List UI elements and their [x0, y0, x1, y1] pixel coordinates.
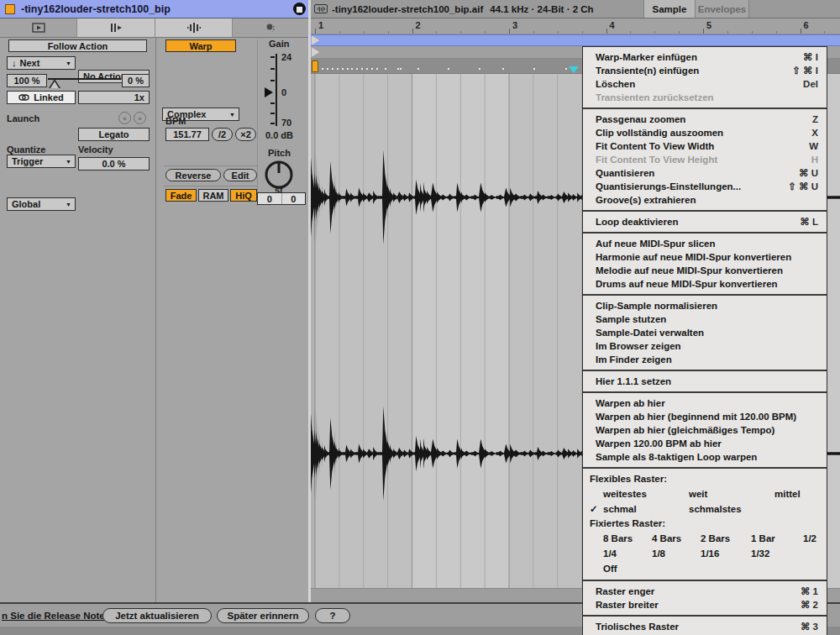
clip-color-swatch[interactable] [5, 4, 15, 14]
grid-option[interactable]: 8 Bars [603, 531, 652, 546]
tab-sample-view[interactable]: Sample [643, 0, 696, 18]
gain-handle[interactable] [265, 87, 273, 97]
tab-envelopes-view[interactable]: Envelopes [696, 0, 749, 18]
follow-chance-a-field[interactable]: 100 % [7, 74, 47, 87]
menu-item[interactable]: Groove(s) extrahieren [583, 193, 827, 207]
menu-item[interactable]: Harmonie auf neue MIDI-Spur konvertieren [583, 250, 827, 264]
menu-item[interactable]: Im Browser zeigen [583, 339, 827, 353]
launch-mode-dropdown[interactable]: Trigger▼ [7, 155, 76, 168]
transient-dot[interactable] [565, 68, 567, 70]
warp-toggle[interactable]: Warp [165, 39, 236, 52]
menu-item[interactable]: Fit Content To View WidthW [583, 139, 827, 153]
quantize-dropdown[interactable]: Global▼ [7, 197, 76, 211]
transient-dot[interactable] [327, 68, 328, 70]
transient-dot[interactable] [366, 68, 368, 70]
edit-button[interactable]: Edit [223, 169, 257, 181]
grid-option[interactable]: 1/8 [652, 546, 701, 561]
follow-chance-slider[interactable] [47, 74, 122, 87]
menu-item[interactable]: Clip vollständig auszoomenX [583, 126, 827, 139]
menu-item[interactable]: Clip-Sample normalisieren [583, 299, 827, 312]
transient-dot[interactable] [448, 68, 449, 70]
follow-action-header[interactable]: Follow Action [8, 39, 147, 52]
loop-multiplier-field[interactable]: 1x [78, 91, 150, 104]
menu-item[interactable]: Raster breiter⌘ 2 [583, 598, 827, 611]
transient-dot[interactable] [337, 68, 339, 70]
ram-toggle[interactable]: RAM [198, 189, 228, 202]
grid-option[interactable]: 4 Bars [652, 531, 701, 546]
cyan-warp-marker[interactable] [569, 66, 579, 73]
grid-option[interactable]: 1/2 [803, 531, 827, 546]
transient-dot[interactable] [400, 68, 402, 70]
menu-item[interactable]: Raster enger⌘ 1 [583, 585, 827, 598]
linked-toggle[interactable]: Linked [7, 91, 76, 104]
loop-bar[interactable] [311, 34, 840, 46]
transient-dot[interactable] [351, 68, 353, 70]
grid-option[interactable]: weit [689, 486, 774, 501]
legato-toggle[interactable]: Legato [78, 128, 150, 141]
grid-option[interactable]: schmal [603, 501, 689, 517]
transient-dot[interactable] [347, 68, 349, 70]
transient-dot[interactable] [479, 68, 480, 70]
slider-handle[interactable] [49, 79, 60, 88]
transient-dot[interactable] [371, 68, 373, 70]
menu-item[interactable]: Passgenau zoomenZ [583, 113, 827, 126]
menu-item[interactable]: Sample-Datei verwalten [583, 326, 827, 339]
transient-dot[interactable] [385, 68, 386, 70]
menu-item[interactable]: Melodie auf neue MIDI-Spur konvertieren [583, 264, 827, 277]
bpm-double-button[interactable]: ×2 [235, 128, 256, 141]
menu-item[interactable]: Hier 1.1.1 setzen [583, 375, 827, 388]
next-clip-button[interactable]: » [134, 112, 146, 124]
grid-option[interactable]: mittel [774, 486, 827, 501]
grid-option[interactable]: 1/32 [751, 546, 803, 561]
menu-item[interactable]: Warp-Marker einfügen⌘ I [583, 50, 827, 64]
menu-item[interactable]: Warpen 120.00 BPM ab hier [583, 437, 827, 450]
transient-dot[interactable] [361, 68, 363, 70]
grid-option[interactable]: 1/16 [701, 546, 751, 561]
beat-time-ruler[interactable]: 123456 [311, 18, 840, 34]
release-notes-link[interactable]: n Sie die Release Notes [2, 611, 110, 621]
follow-action-a-dropdown[interactable]: ↓Next▼ [7, 56, 76, 70]
transient-dot[interactable] [332, 68, 333, 70]
tab-clip-overview[interactable] [0, 18, 77, 38]
remind-later-button[interactable]: Später erinnern [217, 608, 309, 623]
help-button[interactable]: ? [315, 608, 350, 623]
transient-dot[interactable] [356, 68, 358, 70]
gain-slider[interactable] [276, 54, 277, 126]
menu-item[interactable]: Triolisches Raster⌘ 3 [583, 620, 827, 633]
menu-item[interactable]: Im Finder zeigen [583, 353, 827, 366]
follow-chance-b-field[interactable]: 0 % [122, 74, 150, 87]
transient-dot[interactable] [342, 68, 344, 70]
transient-dot[interactable] [502, 68, 504, 70]
grid-option[interactable]: weitestes [603, 486, 689, 501]
menu-item[interactable]: Auf neue MIDI-Spur slicen [583, 237, 827, 250]
transient-dot[interactable] [376, 68, 378, 70]
menu-item[interactable]: Warpen ab hier (gleichmäßiges Tempo) [583, 423, 827, 437]
menu-item[interactable]: Warpen ab hier [583, 396, 827, 410]
velocity-field[interactable]: 0.0 % [78, 157, 150, 171]
clip-start-marker[interactable] [312, 47, 320, 57]
bpm-field[interactable]: 151.77 [165, 128, 209, 141]
tab-envelopes[interactable] [233, 18, 311, 38]
grid-option[interactable]: Off [603, 561, 652, 576]
transient-dot[interactable] [417, 68, 419, 70]
grid-option[interactable]: 1/4 [603, 546, 652, 561]
menu-item[interactable]: Loop deaktivieren⌘ L [583, 215, 827, 228]
menu-item[interactable]: Warpen ab hier (beginnend mit 120.00 BPM… [583, 410, 827, 423]
warp-start-marker[interactable] [312, 60, 318, 72]
grid-option[interactable]: 2 Bars [701, 531, 751, 546]
transient-dot[interactable] [533, 68, 535, 70]
prev-clip-button[interactable]: « [118, 112, 131, 124]
update-now-button[interactable]: Jetzt aktualisieren [102, 608, 212, 623]
bpm-half-button[interactable]: /2 [212, 128, 233, 141]
menu-item[interactable]: Quantisieren⌘ U [583, 166, 827, 180]
transient-dot[interactable] [397, 68, 399, 70]
tab-sample[interactable] [155, 18, 233, 38]
loop-start-marker[interactable] [312, 35, 320, 45]
gain-value[interactable]: 0.0 dB [265, 130, 293, 140]
menu-item[interactable]: Transiente(n) einfügen⇧ ⌘ I [583, 64, 827, 77]
tab-launch[interactable] [77, 18, 155, 38]
menu-item[interactable]: Drums auf neue MIDI-Spur konvertieren [583, 277, 827, 291]
menu-item[interactable]: Sample stutzen [583, 312, 827, 326]
grid-option[interactable]: schmalstes [689, 501, 774, 517]
fade-toggle[interactable]: Fade [165, 189, 197, 202]
